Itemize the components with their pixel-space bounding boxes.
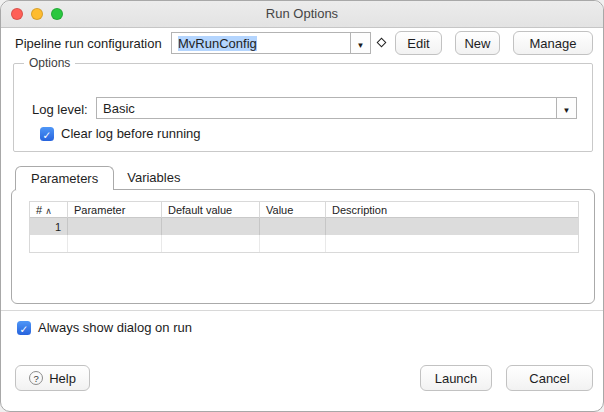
new-button[interactable]: New bbox=[455, 31, 500, 55]
always-show-checkbox-row[interactable]: Always show dialog on run bbox=[17, 320, 192, 335]
cell-description bbox=[326, 218, 578, 235]
cell-default-value bbox=[162, 235, 260, 252]
tab-variables[interactable]: Variables bbox=[114, 166, 193, 190]
cell-num bbox=[30, 235, 68, 252]
run-options-dialog: Run Options Pipeline run configuration M… bbox=[0, 0, 604, 412]
options-group-title: Options bbox=[24, 56, 75, 70]
column-header-value[interactable]: Value bbox=[260, 202, 326, 218]
cell-parameter bbox=[68, 235, 162, 252]
parameters-variables-tabs: Parameters Variables bbox=[15, 166, 193, 190]
minimize-button[interactable] bbox=[31, 8, 43, 20]
log-level-label: Log level: bbox=[32, 102, 88, 117]
launch-button[interactable]: Launch bbox=[420, 365, 492, 391]
table-row-selected[interactable]: 1 bbox=[30, 218, 578, 235]
dropdown-arrow-icon bbox=[563, 99, 571, 117]
log-level-value: Basic bbox=[97, 101, 135, 116]
content-footer-divider bbox=[1, 310, 604, 311]
always-show-checkbox[interactable] bbox=[17, 321, 31, 335]
manage-button[interactable]: Manage bbox=[513, 31, 593, 55]
window-title: Run Options bbox=[1, 1, 603, 27]
cell-num: 1 bbox=[30, 218, 68, 235]
help-label: Help bbox=[49, 371, 76, 386]
options-group: Options Log level: Basic Clear log befor… bbox=[13, 63, 593, 152]
run-configuration-text: MvRunConfig bbox=[172, 36, 257, 51]
column-header-label: Description bbox=[332, 204, 387, 216]
column-header-label: Default value bbox=[168, 204, 232, 216]
column-header-label: Parameter bbox=[74, 204, 125, 216]
close-button[interactable] bbox=[11, 8, 23, 20]
column-header-parameter[interactable]: Parameter bbox=[68, 202, 162, 218]
checkmark-icon bbox=[20, 319, 29, 337]
sort-ascending-icon bbox=[42, 204, 52, 216]
modified-diamond-icon bbox=[377, 38, 387, 48]
parameters-table: # Parameter Default value Value Descript… bbox=[29, 201, 579, 253]
column-header-default-value[interactable]: Default value bbox=[162, 202, 260, 218]
clear-log-label: Clear log before running bbox=[61, 126, 200, 141]
fullscreen-button[interactable] bbox=[51, 8, 63, 20]
window-controls bbox=[11, 8, 63, 20]
cell-value bbox=[260, 218, 326, 235]
clear-log-checkbox[interactable] bbox=[40, 127, 54, 141]
cell-default-value bbox=[162, 218, 260, 235]
log-level-dropdown-button[interactable] bbox=[556, 98, 576, 118]
parameters-panel: # Parameter Default value Value Descript… bbox=[11, 189, 595, 304]
combo-dropdown-button[interactable] bbox=[350, 33, 370, 53]
always-show-label: Always show dialog on run bbox=[38, 320, 192, 335]
cancel-button[interactable]: Cancel bbox=[506, 365, 593, 391]
table-header-row: # Parameter Default value Value Descript… bbox=[30, 202, 578, 218]
column-header-label: Value bbox=[266, 204, 293, 216]
tab-parameters[interactable]: Parameters bbox=[15, 166, 114, 190]
column-header-num[interactable]: # bbox=[30, 202, 68, 218]
table-row-empty[interactable] bbox=[30, 235, 578, 252]
help-button[interactable]: Help bbox=[15, 365, 90, 391]
log-level-select[interactable]: Basic bbox=[96, 97, 577, 119]
cell-parameter bbox=[68, 218, 162, 235]
edit-button[interactable]: Edit bbox=[395, 31, 442, 55]
dropdown-arrow-icon bbox=[357, 34, 365, 52]
cell-value bbox=[260, 235, 326, 252]
clear-log-checkbox-row[interactable]: Clear log before running bbox=[40, 126, 200, 141]
cell-description bbox=[326, 235, 578, 252]
checkmark-icon bbox=[43, 125, 52, 143]
column-header-description[interactable]: Description bbox=[326, 202, 578, 218]
titlebar: Run Options bbox=[1, 1, 603, 28]
run-configuration-value: MvRunConfig bbox=[178, 36, 257, 51]
run-configuration-combobox[interactable]: MvRunConfig bbox=[171, 32, 371, 54]
pipeline-config-label: Pipeline run configuration bbox=[15, 36, 162, 51]
question-mark-icon bbox=[29, 371, 43, 385]
